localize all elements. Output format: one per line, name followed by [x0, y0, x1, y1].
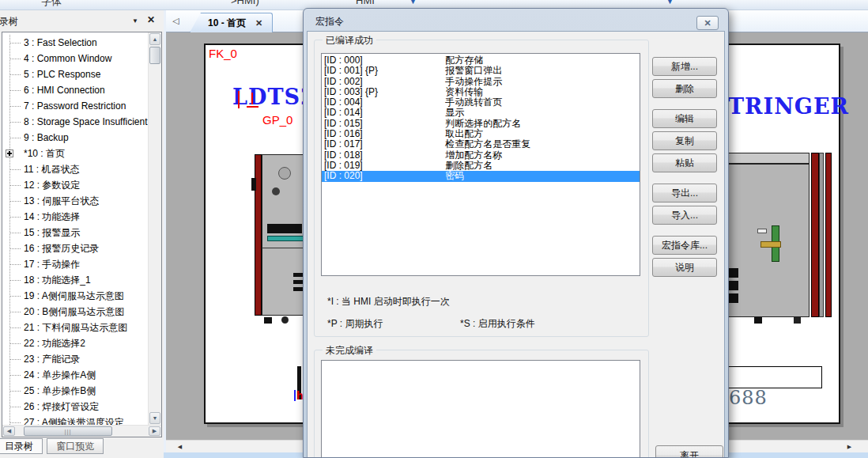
panel-close-icon[interactable]: ✕ — [147, 14, 155, 25]
dropdown-arrow-icon[interactable]: ▼ — [409, 0, 417, 6]
page-title-text-right: TRINGER — [728, 94, 849, 119]
tree-item[interactable]: 21 : 下料伺服马达示意图 — [2, 320, 148, 335]
tab-directory-tree[interactable]: 目录树 — [0, 438, 43, 454]
scroll-left-icon[interactable]: ◀ — [174, 441, 186, 452]
macro-row[interactable]: [ID : 001] {P} 报警窗口弹出 — [322, 66, 640, 76]
note-periodic: *P : 周期执行 — [327, 317, 383, 331]
expander-plus-icon[interactable] — [6, 150, 13, 157]
tree-item[interactable]: 6 : HMI Connection — [2, 82, 148, 98]
tree-item-label: 16 : 报警历史记录 — [24, 243, 99, 254]
machine-frame — [825, 153, 832, 317]
tree-item[interactable]: 25 : 单步操作B侧 — [2, 383, 148, 399]
uncompiled-list[interactable] — [321, 360, 640, 458]
macro-name: 显示 — [445, 107, 464, 118]
tree-item[interactable]: 5 : PLC Response — [2, 66, 148, 82]
dialog-action-button[interactable]: 编辑 — [652, 109, 717, 128]
h-mark-object: h — [294, 390, 304, 401]
macro-name: 手动操作提示 — [445, 76, 502, 87]
tree-item[interactable]: 16 : 报警历史记录 — [2, 240, 148, 256]
scroll-right-icon[interactable]: ▶ — [149, 426, 160, 436]
machine-detail — [760, 241, 781, 248]
tree-item[interactable]: 24 : 单步操作A侧 — [2, 367, 148, 383]
tree-item[interactable]: 8 : Storage Space Insufficient — [2, 114, 148, 130]
macro-row[interactable]: [ID : 016] 取出配方 — [322, 129, 640, 139]
macro-id: [ID : 017] — [324, 139, 443, 150]
tree-item[interactable]: 13 : 伺服平台状态 — [2, 193, 148, 209]
gp-object-label: GP_0 — [262, 113, 292, 127]
tab-window-preview[interactable]: 窗口预览 — [47, 438, 104, 454]
macro-row[interactable]: [ID : 014] 显示 — [322, 108, 640, 118]
macro-name: 取出配方 — [445, 128, 483, 139]
macro-row[interactable]: [ID : 019] 删除配方名 — [322, 161, 640, 171]
macro-row[interactable]: [ID : 015] 判断选择的配方名 — [322, 119, 640, 129]
machine-detail — [278, 167, 291, 180]
app-window: 字体 >HMI) HMI ▼ ▼ 目录树 ▼ ✕ 3 : Fast Select… — [0, 0, 868, 458]
dialog-action-button[interactable]: 宏指令库... — [652, 236, 717, 255]
tree-item[interactable]: 26 : 焊接灯管设定 — [2, 399, 148, 414]
tree-item-label: 21 : 下料伺服马达示意图 — [24, 322, 127, 333]
dialog-action-button[interactable]: 导入... — [652, 206, 717, 225]
tree-item[interactable]: *10 : 首页 — [2, 146, 148, 161]
macro-name: 删除配方名 — [445, 160, 492, 171]
tree-item[interactable]: 17 : 手动操作 — [2, 256, 148, 272]
machine-frame — [819, 153, 824, 317]
tree-item[interactable]: 23 : 产能记录 — [2, 351, 148, 367]
tree-item[interactable]: 15 : 报警显示 — [2, 225, 148, 240]
tree-item[interactable]: 19 : A侧伺服马达示意图 — [2, 288, 148, 304]
tab-nav-left-icon[interactable]: ◁ — [172, 16, 179, 26]
tree-item-label: 20 : B侧伺服马达示意图 — [24, 306, 124, 317]
tree-item[interactable]: 9 : Backup — [2, 130, 148, 146]
tree-item[interactable]: 3 : Fast Selection — [2, 35, 148, 51]
fk-object-label: FK_0 — [209, 47, 237, 60]
macro-row[interactable]: [ID : 004] 手动跳转首页 — [322, 97, 640, 108]
tree-item[interactable]: 14 : 功能选择 — [2, 209, 148, 225]
dialog-action-button[interactable]: 说明 — [652, 258, 717, 277]
macro-row[interactable]: [ID : 000] 配方存储 — [322, 55, 640, 66]
tree-item[interactable]: 11 : 机器状态 — [2, 161, 148, 177]
macro-list[interactable]: [ID : 000] 配方存储 [ID : 001] {P} 报警窗口弹出 [I… — [321, 53, 640, 276]
macro-row[interactable]: [ID : 003] {P} 资料传输 — [322, 87, 640, 97]
leave-button[interactable]: 离开 — [655, 445, 723, 458]
toolbar-hmi-label: HMI — [356, 0, 375, 6]
tree-item[interactable]: 4 : Common Window — [2, 51, 148, 66]
scrollbar-thumb[interactable] — [149, 47, 160, 64]
machine-drawing-right — [726, 153, 833, 324]
macro-row[interactable]: [ID : 018] 增加配方名称 — [322, 150, 640, 161]
dialog-action-button[interactable]: 删除 — [652, 79, 717, 98]
tree-item[interactable]: 12 : 参数设定 — [2, 177, 148, 193]
dialog-close-icon[interactable]: ✕ — [696, 16, 719, 30]
scroll-up-icon[interactable]: ▲ — [149, 33, 160, 45]
macro-name: 配方存储 — [445, 55, 483, 66]
scroll-down-icon[interactable]: ▼ — [149, 412, 160, 424]
macro-row[interactable]: [ID : 002] 手动操作提示 — [322, 77, 640, 87]
tree-item[interactable]: 22 : 功能选择2 — [2, 335, 148, 351]
macro-row[interactable]: [ID : 017] 检查配方名是否重复 — [322, 139, 640, 150]
dialog-action-button[interactable]: 复制 — [652, 131, 717, 150]
uncompiled-group: 未完成编译 — [314, 350, 649, 458]
tab-home-page[interactable]: 10 - 首页✕ — [190, 13, 273, 32]
tab-close-icon[interactable]: ✕ — [255, 18, 262, 28]
dialog-action-button[interactable]: 导出... — [652, 184, 717, 203]
dialog-action-button[interactable]: 新增... — [652, 57, 717, 76]
panel-dropdown-icon[interactable]: ▼ — [132, 17, 138, 25]
compiled-group: 已编译成功 [ID : 000] 配方存储 [ID : 001] {P} 报警窗… — [314, 40, 649, 337]
macro-name: 资料传输 — [445, 86, 483, 97]
tree-horizontal-scrollbar[interactable]: ◀ ||| ▶ — [2, 425, 161, 437]
tree-item-label: 17 : 手动操作 — [24, 259, 80, 270]
tree-item[interactable]: 27 : A侧输送带温度设定 — [2, 414, 148, 425]
macro-id: [ID : 020] — [324, 171, 443, 181]
tree-item[interactable]: 20 : B侧伺服马达示意图 — [2, 304, 148, 320]
dialog-button-column: 新增... 删除 编辑 复制 粘贴 导出... 导入... 宏指令库... 说明 — [652, 57, 717, 280]
tree-vertical-scrollbar[interactable]: ▲ ▼ — [148, 32, 161, 425]
tree-item-label: 24 : 单步操作A侧 — [24, 369, 96, 380]
scrollbar-thumb[interactable]: ||| — [24, 426, 112, 436]
macro-id: [ID : 003] {P} — [324, 87, 443, 97]
macro-dialog: 宏指令 ✕ 已编译成功 [ID : 000] 配方存储 [ID : 001] {… — [303, 8, 729, 458]
dialog-action-button[interactable]: 粘贴 — [652, 153, 717, 172]
tree-item[interactable]: 18 : 功能选择_1 — [2, 272, 148, 288]
tree-item[interactable]: 7 : Password Restriction — [2, 98, 148, 114]
macro-row[interactable]: [ID : 020] 密码 — [322, 171, 640, 181]
scroll-left-icon[interactable]: ◀ — [3, 426, 15, 436]
scroll-right-icon[interactable]: ▶ — [843, 441, 855, 452]
dropdown-arrow-icon[interactable]: ▼ — [666, 0, 674, 6]
